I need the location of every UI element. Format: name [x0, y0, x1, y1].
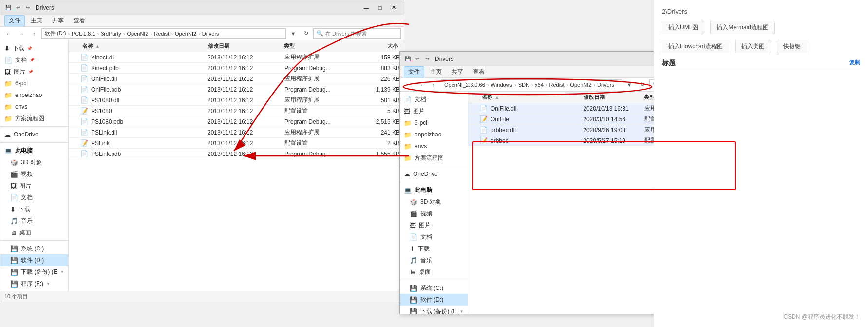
- sidebar-item-download[interactable]: ⬇ 下载 📌: [0, 42, 68, 54]
- right-up[interactable]: ↑: [428, 79, 439, 90]
- insert-class-btn[interactable]: 插入类图: [735, 40, 771, 53]
- sidebar-item-c[interactable]: 💾 系统 (C:): [0, 243, 68, 254]
- right-address-path[interactable]: OpenNI_2.3.0.66 › Windows › SDK › x64 › …: [441, 79, 622, 90]
- r-sidebar-desktop[interactable]: 🖥 桌面: [400, 266, 468, 278]
- r-sidebar-flowchart[interactable]: 📁 方案流程图: [400, 152, 468, 164]
- right-save-icon[interactable]: 💾: [404, 55, 412, 63]
- table-row[interactable]: 📄 OniFile.pdb 2013/11/12 16:12 Program D…: [69, 84, 404, 95]
- menu-view[interactable]: 查看: [70, 16, 89, 26]
- bc-openni2-1[interactable]: OpenNI2: [127, 31, 149, 37]
- right-menu-share[interactable]: 共享: [448, 67, 467, 77]
- sidebar-item-desktop[interactable]: 🖥 桌面: [0, 227, 68, 238]
- right-menu-view[interactable]: 查看: [469, 67, 489, 77]
- maximize-button[interactable]: □: [374, 3, 386, 13]
- right-forward[interactable]: →: [415, 79, 426, 90]
- up-button[interactable]: ↑: [29, 28, 39, 39]
- copy-button[interactable]: 复制: [849, 59, 860, 66]
- rbc-drivers[interactable]: Drivers: [597, 82, 614, 88]
- r-sidebar-enpeizhao[interactable]: 📁 enpeizhao: [400, 129, 468, 140]
- close-button[interactable]: ✕: [387, 3, 400, 13]
- table-row[interactable]: 📄 OniFile.dll 2013/11/12 16:12 应用程序扩展 22…: [69, 74, 404, 84]
- sidebar-item-docs[interactable]: 📄 文档 📌: [0, 54, 68, 66]
- bc-software[interactable]: 软件 (D:): [45, 30, 66, 37]
- table-row[interactable]: 📄 PS1080.dll 2013/11/12 16:12 应用程序扩展 501…: [69, 95, 404, 106]
- r-sidebar-thispc[interactable]: 💻 此电脑: [400, 184, 468, 196]
- bc-redist[interactable]: Redist: [154, 31, 169, 37]
- r-sidebar-music[interactable]: 🎵 音乐: [400, 254, 468, 266]
- sidebar-item-onedrive[interactable]: ☁ OneDrive: [0, 129, 68, 140]
- right-refresh[interactable]: ↻: [637, 79, 647, 90]
- r-sidebar-6pcl[interactable]: 📁 6-pcl: [400, 117, 468, 129]
- left-search-input[interactable]: [325, 31, 397, 37]
- right-dropdown[interactable]: ▼: [624, 79, 635, 90]
- sidebar-item-video[interactable]: 🎬 视频: [0, 168, 68, 180]
- sidebar-item-flowchart[interactable]: 📁 方案流程图: [0, 113, 68, 124]
- rbc-openni2[interactable]: OpenNI2: [570, 82, 591, 88]
- forward-button[interactable]: →: [16, 28, 27, 39]
- r-sidebar-onedrive[interactable]: ☁ OneDrive: [400, 168, 468, 180]
- r-col-header-name[interactable]: 名称 ▲: [470, 94, 584, 101]
- right-menu-file[interactable]: 文件: [404, 66, 424, 77]
- r-sidebar-envs[interactable]: 📁 envs: [400, 140, 468, 152]
- table-row[interactable]: 📄 Kinect.dll 2013/11/12 16:12 应用程序扩展 158…: [69, 52, 404, 63]
- sidebar-item-enpeizhao[interactable]: 📁 enpeizhao: [0, 89, 68, 101]
- right-redo-icon[interactable]: ↪: [423, 55, 431, 63]
- rbc-openni[interactable]: OpenNI_2.3.0.66: [444, 82, 485, 88]
- sidebar-item-f[interactable]: 💾 程序 (F:) ▼: [0, 278, 68, 289]
- r-sidebar-e[interactable]: 💾 下载 (备份) (E ▼: [400, 306, 468, 314]
- left-address-path[interactable]: 软件 (D:) › PCL 1.8.1 › 3rdParty › OpenNI2…: [41, 28, 286, 39]
- rbc-sdk[interactable]: SDK: [518, 82, 529, 88]
- dropdown-button[interactable]: ▼: [288, 28, 299, 39]
- sidebar-item-doc2[interactable]: 📄 文档: [0, 192, 68, 203]
- r-col-header-date[interactable]: 修改日期: [584, 94, 644, 101]
- save-icon[interactable]: 💾: [4, 4, 12, 12]
- bc-openni2-2[interactable]: OpenNI2: [175, 31, 196, 37]
- sidebar-item-e[interactable]: 💾 下载 (备份) (E ▼: [0, 266, 68, 278]
- table-row[interactable]: 📝 PSLink 2013/11/12 16:12 配置设置 2 KB: [69, 138, 404, 149]
- shortcut-btn[interactable]: 快捷键: [777, 40, 807, 53]
- right-undo-icon[interactable]: ↩: [414, 55, 421, 63]
- bc-drivers[interactable]: Drivers: [202, 31, 219, 37]
- r-sidebar-3d[interactable]: 🎲 3D 对象: [400, 196, 468, 208]
- table-row[interactable]: 📄 PS1080.pdb 2013/11/12 16:12 Program De…: [69, 116, 404, 127]
- redo-icon[interactable]: ↪: [24, 4, 32, 12]
- col-header-name[interactable]: 名称 ▲: [71, 42, 208, 50]
- rbc-windows[interactable]: Windows: [491, 82, 512, 88]
- back-button[interactable]: ←: [3, 28, 14, 39]
- bc-3rdparty[interactable]: 3rdParty: [101, 31, 121, 37]
- rbc-redist[interactable]: Redist: [549, 82, 564, 88]
- menu-file[interactable]: 文件: [4, 15, 25, 26]
- right-back[interactable]: ←: [403, 79, 414, 90]
- r-sidebar-video[interactable]: 🎬 视频: [400, 208, 468, 219]
- col-header-date[interactable]: 修改日期: [208, 42, 284, 50]
- insert-uml-btn[interactable]: 插入UML图: [662, 21, 704, 34]
- table-row[interactable]: 📄 PSLink.dll 2013/11/12 16:12 应用程序扩展 241…: [69, 127, 404, 138]
- left-search-box[interactable]: 🔍: [313, 28, 401, 39]
- sidebar-item-d[interactable]: 💾 软件 (D:): [0, 254, 68, 266]
- r-sidebar-dl[interactable]: ⬇ 下载: [400, 243, 468, 254]
- sidebar-item-music[interactable]: 🎵 音乐: [0, 215, 68, 227]
- bc-pcl[interactable]: PCL 1.8.1: [72, 31, 95, 37]
- insert-mermaid-btn[interactable]: 插入Mermaid流程图: [710, 21, 775, 34]
- col-header-type[interactable]: 类型: [284, 42, 360, 50]
- insert-flowchart-btn[interactable]: 插入Flowchart流程图: [662, 40, 729, 53]
- sidebar-item-thispc[interactable]: 💻 此电脑: [0, 145, 68, 156]
- r-sidebar-docs[interactable]: 📄 文档: [400, 94, 468, 105]
- undo-icon[interactable]: ↩: [14, 4, 22, 12]
- sidebar-item-pictures[interactable]: 🖼 图片 📌: [0, 66, 68, 77]
- menu-share[interactable]: 共享: [48, 16, 68, 26]
- table-row[interactable]: 📄 PSLink.pdb 2013/11/12 16:12 Program De…: [69, 149, 404, 159]
- menu-home[interactable]: 主页: [27, 16, 46, 26]
- rbc-x64[interactable]: x64: [535, 82, 544, 88]
- r-sidebar-d[interactable]: 💾 软件 (D:): [400, 294, 468, 306]
- minimize-button[interactable]: —: [360, 3, 373, 13]
- sidebar-item-pic2[interactable]: 🖼 图片: [0, 180, 68, 192]
- refresh-button[interactable]: ↻: [301, 28, 311, 39]
- r-sidebar-doc2[interactable]: 📄 文档: [400, 231, 468, 243]
- table-row[interactable]: 📄 Kinect.pdb 2013/11/12 16:12 Program De…: [69, 63, 404, 74]
- table-row[interactable]: 📝 PS1080 2013/11/12 16:12 配置设置 5 KB: [69, 106, 404, 116]
- sidebar-item-3d[interactable]: 🎲 3D 对象: [0, 156, 68, 168]
- sidebar-item-envs[interactable]: 📁 envs: [0, 101, 68, 113]
- r-sidebar-pictures[interactable]: 🖼 图片: [400, 105, 468, 117]
- col-header-size[interactable]: 大小: [360, 42, 402, 50]
